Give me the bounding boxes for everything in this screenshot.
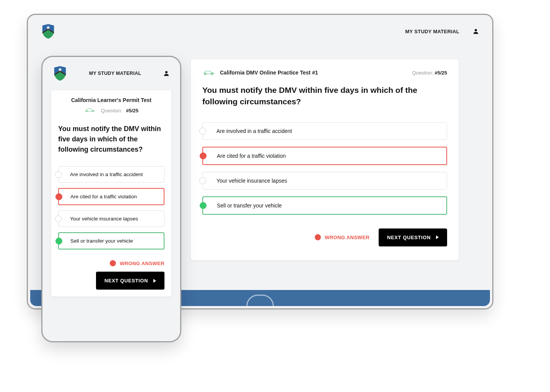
radio-dot-icon xyxy=(55,238,62,245)
question-text: You must notify the DMV within five days… xyxy=(202,84,447,108)
mobile-device-frame: MY STUDY MATERIAL California Learner's P… xyxy=(41,56,181,342)
answer-text: Are involved in a traffic accident xyxy=(70,172,143,177)
radio-dot-icon xyxy=(199,128,206,134)
wrong-answer-badge: WRONG ANSWER xyxy=(315,234,369,240)
logo-shield-icon[interactable] xyxy=(41,23,55,39)
answer-text: Are involved in a traffic accident xyxy=(216,128,292,134)
radio-dot-icon xyxy=(55,215,62,222)
answer-text: Are cited for a traffic violation xyxy=(217,153,286,159)
chevron-right-icon xyxy=(436,235,439,239)
car-icon xyxy=(202,69,215,76)
footer-arc-icon xyxy=(246,295,274,306)
radio-dot-icon xyxy=(199,177,206,184)
answer-list: Are involved in a traffic accident Are c… xyxy=(202,122,447,215)
answer-text: Your vehicle insurance lapses xyxy=(70,216,138,222)
user-icon[interactable] xyxy=(472,28,479,35)
radio-dot-icon xyxy=(55,193,62,200)
answer-option[interactable]: Your vehicle insurance lapses xyxy=(202,172,447,190)
answer-option[interactable]: Are involved in a traffic accident xyxy=(58,166,164,183)
answer-option[interactable]: Are cited for a traffic violation xyxy=(202,147,447,165)
answer-option[interactable]: Are cited for a traffic violation xyxy=(58,188,164,205)
chevron-right-icon xyxy=(153,279,156,283)
quiz-card: California DMV Online Practice Test #1 Q… xyxy=(191,59,459,260)
user-icon[interactable] xyxy=(163,70,170,77)
desktop-header: MY STUDY MATERIAL xyxy=(30,17,490,45)
wrong-dot-icon xyxy=(315,234,321,240)
car-icon xyxy=(84,107,97,114)
next-question-button[interactable]: NEXT QUESTION xyxy=(379,228,447,246)
mobile-screen: MY STUDY MATERIAL California Learner's P… xyxy=(45,60,177,339)
answer-option[interactable]: Are involved in a traffic accident xyxy=(202,122,447,140)
radio-dot-icon xyxy=(55,171,62,178)
answer-list: Are involved in a traffic accident Are c… xyxy=(58,166,164,249)
answer-text: Are cited for a traffic violation xyxy=(70,194,137,199)
next-question-button[interactable]: NEXT QUESTION xyxy=(96,272,164,290)
card-footer: WRONG ANSWER NEXT QUESTION xyxy=(202,228,447,246)
quiz-title: California Learner's Permit Test xyxy=(58,97,164,103)
study-material-link[interactable]: MY STUDY MATERIAL xyxy=(405,29,459,34)
question-count: Question: #5/25 xyxy=(412,70,447,76)
question-count: Question: #5/25 xyxy=(58,107,164,114)
mobile-header: MY STUDY MATERIAL xyxy=(45,60,177,87)
svg-point-1 xyxy=(475,29,477,31)
quiz-card-header: California DMV Online Practice Test #1 Q… xyxy=(202,69,447,76)
quiz-card: California Learner's Permit Test Questio… xyxy=(51,90,171,296)
answer-option[interactable]: Sell or transfer your vehicle xyxy=(58,232,164,249)
answer-text: Sell or transfer your vehicle xyxy=(70,238,133,244)
quiz-title: California DMV Online Practice Test #1 xyxy=(220,70,318,76)
answer-option[interactable]: Sell or transfer your vehicle xyxy=(202,196,447,215)
radio-dot-icon xyxy=(200,152,207,159)
answer-text: Your vehicle insurance lapses xyxy=(216,178,287,184)
answer-option[interactable]: Your vehicle insurance lapses xyxy=(58,211,164,227)
wrong-answer-badge: WRONG ANSWER xyxy=(110,260,164,266)
wrong-dot-icon xyxy=(110,260,116,266)
question-text: You must notify the DMV within five days… xyxy=(58,124,164,155)
svg-point-3 xyxy=(165,71,168,73)
study-material-link[interactable]: MY STUDY MATERIAL xyxy=(89,71,141,76)
logo-shield-icon[interactable] xyxy=(53,65,67,81)
radio-dot-icon xyxy=(200,202,207,209)
answer-text: Sell or transfer your vehicle xyxy=(217,202,282,209)
